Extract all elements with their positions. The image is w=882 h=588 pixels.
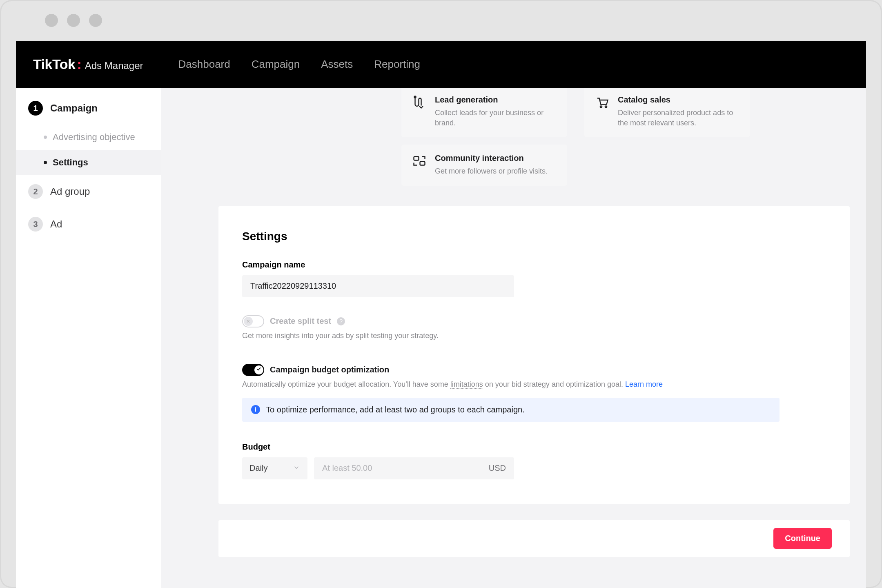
sidebar-sub-settings[interactable]: Settings: [16, 150, 161, 175]
step-number-badge: 3: [28, 217, 43, 232]
traffic-light-zoom[interactable]: [89, 14, 102, 27]
card-title: Community interaction: [435, 154, 548, 163]
objective-cards: Lead generation Collect leads for your b…: [218, 88, 866, 186]
svg-point-3: [600, 106, 602, 107]
sidebar-sub-label: Settings: [53, 157, 88, 168]
cart-icon: [595, 95, 610, 110]
nav-dashboard[interactable]: Dashboard: [178, 58, 230, 71]
info-text: To optimize performance, add at least tw…: [266, 405, 525, 414]
card-body: Community interaction Get more followers…: [435, 154, 548, 176]
continue-button[interactable]: Continue: [773, 528, 832, 549]
objective-column-consideration: Lead generation Collect leads for your b…: [401, 88, 567, 186]
budget-period-value: Daily: [249, 463, 267, 473]
objective-card-catalog-sales[interactable]: Catalog sales Deliver personalized produ…: [584, 88, 750, 137]
budget-row: Daily USD: [242, 457, 826, 479]
sidebar-sub-advertising-objective[interactable]: Advertising objective: [16, 125, 161, 150]
card-title: Catalog sales: [618, 95, 739, 105]
sidebar-step-ad-group[interactable]: 2 Ad group: [16, 175, 161, 208]
top-nav: TikTok: Ads Manager Dashboard Campaign A…: [16, 41, 866, 88]
info-icon: i: [251, 405, 260, 414]
logo[interactable]: TikTok: Ads Manager: [33, 56, 143, 72]
cbo-help: Automatically optimize your budget alloc…: [242, 380, 826, 389]
card-body: Lead generation Collect leads for your b…: [435, 95, 557, 128]
bullet-icon: [44, 161, 47, 164]
nav-links: Dashboard Campaign Assets Reporting: [178, 58, 420, 71]
toggle-knob: ✕: [244, 317, 253, 326]
main-content: Lead generation Collect leads for your b…: [161, 88, 866, 588]
browser-window: TikTok: Ads Manager Dashboard Campaign A…: [0, 0, 882, 588]
nav-campaign[interactable]: Campaign: [252, 58, 300, 71]
nav-reporting[interactable]: Reporting: [374, 58, 420, 71]
budget-amount-input[interactable]: [322, 463, 489, 473]
bottom-bar: Continue: [218, 520, 850, 557]
help-icon[interactable]: ?: [337, 317, 345, 325]
body: 1 Campaign Advertising objective Setting…: [16, 88, 866, 588]
split-test-toggle[interactable]: ✕: [242, 315, 264, 327]
step-number-badge: 2: [28, 184, 43, 199]
svg-rect-1: [414, 157, 419, 160]
budget-period-select[interactable]: Daily: [242, 457, 307, 479]
cbo-help-post: on your bid strategy and optimization go…: [483, 380, 625, 388]
campaign-name-input[interactable]: [242, 275, 514, 297]
step-label: Ad group: [50, 186, 90, 197]
step-number-badge: 1: [28, 101, 43, 116]
cbo-label: Campaign budget optimization: [270, 365, 389, 374]
logo-subtitle: Ads Manager: [85, 60, 143, 71]
nav-assets[interactable]: Assets: [321, 58, 353, 71]
bullet-icon: [44, 136, 47, 139]
cbo-help-pre: Automatically optimize your budget alloc…: [242, 380, 450, 388]
card-desc: Deliver personalized product ads to the …: [618, 108, 739, 128]
info-box: i To optimize performance, add at least …: [242, 398, 780, 422]
step-label: Campaign: [50, 102, 98, 114]
cbo-row: Campaign budget optimization: [242, 364, 826, 376]
learn-more-link[interactable]: Learn more: [625, 380, 663, 388]
logo-mark: TikTok: [33, 56, 75, 72]
split-test-help: Get more insights into your ads by split…: [242, 332, 826, 340]
settings-section: Settings Campaign name ✕ Create split te…: [218, 206, 850, 504]
sidebar-step-ad[interactable]: 3 Ad: [16, 208, 161, 241]
campaign-name-label: Campaign name: [242, 260, 826, 270]
budget-amount-field[interactable]: USD: [314, 457, 514, 479]
budget-label: Budget: [242, 442, 826, 452]
card-desc: Get more followers or profile visits.: [435, 166, 548, 176]
cbo-toggle[interactable]: [242, 364, 264, 376]
traffic-light-minimize[interactable]: [67, 14, 80, 27]
logo-colon: :: [77, 56, 81, 72]
sidebar-sub-label: Advertising objective: [53, 132, 135, 143]
objective-column-conversion: Catalog sales Deliver personalized produ…: [584, 88, 750, 186]
traffic-light-close[interactable]: [45, 14, 58, 27]
card-title: Lead generation: [435, 95, 557, 105]
svg-point-4: [605, 106, 607, 107]
objective-card-community-interaction[interactable]: Community interaction Get more followers…: [401, 145, 567, 185]
x-icon: ✕: [246, 319, 250, 324]
split-test-label: Create split test: [270, 316, 331, 326]
check-icon: [256, 366, 262, 374]
split-test-row: ✕ Create split test ?: [242, 315, 826, 327]
lead-generation-icon: [412, 95, 427, 110]
step-label: Ad: [50, 218, 62, 230]
cbo-limitations-link[interactable]: limitations: [450, 380, 483, 389]
currency-label: USD: [489, 463, 506, 473]
svg-rect-2: [420, 162, 425, 165]
svg-point-0: [414, 96, 416, 98]
chevron-down-icon: [293, 464, 300, 473]
card-body: Catalog sales Deliver personalized produ…: [618, 95, 739, 128]
toggle-knob: [254, 365, 263, 374]
app-root: TikTok: Ads Manager Dashboard Campaign A…: [16, 41, 866, 588]
spacer: [218, 88, 384, 186]
sidebar-step-campaign[interactable]: 1 Campaign: [16, 92, 161, 125]
window-chrome: [0, 0, 882, 41]
objective-card-lead-generation[interactable]: Lead generation Collect leads for your b…: [401, 88, 567, 137]
sidebar: 1 Campaign Advertising objective Setting…: [16, 88, 161, 588]
card-desc: Collect leads for your business or brand…: [435, 108, 557, 128]
community-icon: [412, 154, 427, 168]
settings-title: Settings: [242, 230, 826, 243]
